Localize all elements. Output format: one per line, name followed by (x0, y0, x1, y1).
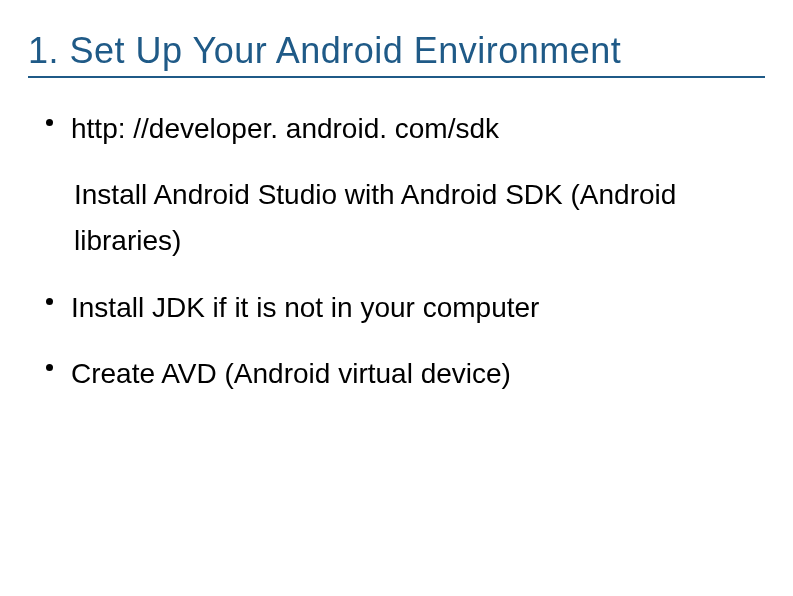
list-item-text: Install JDK if it is not in your compute… (71, 285, 539, 331)
bullet-icon (46, 119, 53, 126)
slide-title: 1. Set Up Your Android Environment (28, 30, 765, 78)
list-item-text: http: //developer. android. com/sdk (71, 106, 499, 152)
list-item: Create AVD (Android virtual device) (46, 351, 745, 397)
bullet-icon (46, 364, 53, 371)
slide-content: http: //developer. android. com/sdk Inst… (28, 106, 765, 397)
list-item: http: //developer. android. com/sdk (46, 106, 745, 152)
list-item: Install JDK if it is not in your compute… (46, 285, 745, 331)
list-item-sub: Install Android Studio with Android SDK … (74, 172, 745, 264)
bullet-icon (46, 298, 53, 305)
list-item-text: Create AVD (Android virtual device) (71, 351, 511, 397)
